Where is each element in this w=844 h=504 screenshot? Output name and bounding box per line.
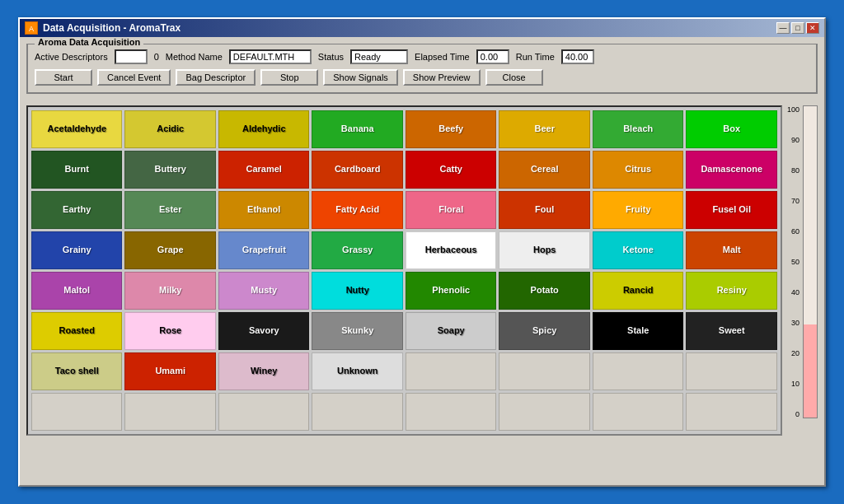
descriptor-cell — [124, 393, 216, 431]
descriptor-cell[interactable]: Roasted — [31, 312, 122, 350]
descriptor-cell[interactable]: Damascenone — [686, 151, 777, 189]
descriptor-cell[interactable]: Fatty Acid — [312, 191, 403, 229]
descriptor-cell[interactable]: Stale — [593, 312, 684, 350]
descriptor-cell[interactable]: Caramel — [218, 151, 310, 189]
status-input[interactable] — [350, 49, 408, 64]
chart-bar-container — [803, 105, 818, 418]
descriptor-cell[interactable]: Skunky — [312, 312, 403, 350]
active-descriptors-label: Active Descriptors — [35, 52, 108, 62]
descriptor-cell[interactable]: Potato — [499, 272, 590, 310]
cancel-event-button[interactable]: Cancel Event — [97, 69, 171, 86]
stop-button[interactable]: Stop — [260, 69, 318, 86]
descriptor-cell[interactable]: Grape — [124, 231, 216, 269]
descriptor-cell[interactable]: Cardboard — [312, 151, 403, 189]
descriptor-cell[interactable]: Earthy — [31, 191, 122, 229]
cell-grid: AcetaldehydeAcidicAldehydicBananaBeefyBe… — [31, 110, 777, 431]
descriptor-cell[interactable]: Grainy — [31, 231, 122, 269]
descriptor-cell[interactable]: Bleach — [593, 110, 684, 148]
descriptor-cell[interactable]: Acetaldehyde — [31, 110, 122, 148]
descriptor-cell[interactable]: Aldehydic — [218, 110, 310, 148]
method-name-input[interactable] — [229, 49, 312, 64]
descriptor-cell[interactable]: Ester — [124, 191, 216, 229]
run-time-input[interactable] — [561, 49, 594, 64]
chart-scale-label: 50 — [787, 258, 799, 266]
descriptor-cell[interactable]: Floral — [406, 191, 496, 229]
descriptor-cell — [31, 393, 122, 431]
descriptor-cell[interactable]: Hops — [499, 231, 590, 269]
status-label: Status — [318, 52, 344, 62]
main-window: A Data Acquisition - AromaTrax — □ ✕ Aro… — [18, 17, 826, 487]
chart-scale-label: 70 — [787, 197, 799, 205]
descriptor-cell[interactable]: Nutty — [312, 272, 403, 310]
chart-scale-label: 20 — [787, 349, 799, 357]
descriptor-cell[interactable]: Catty — [406, 151, 496, 189]
descriptor-cell — [406, 352, 496, 390]
descriptor-cell[interactable]: Umami — [124, 352, 216, 390]
descriptor-cell[interactable]: Unknown — [312, 352, 403, 390]
chart-scale-label: 80 — [787, 166, 799, 175]
descriptor-cell[interactable]: Winey — [218, 352, 310, 390]
descriptor-cell[interactable]: Savory — [218, 312, 310, 350]
descriptor-cell[interactable]: Sweet — [686, 312, 777, 350]
descriptor-cell[interactable]: Spicy — [499, 312, 590, 350]
active-descriptors-value: 0 — [154, 52, 159, 62]
start-button[interactable]: Start — [35, 69, 92, 86]
descriptor-cell[interactable]: Fruity — [593, 191, 684, 229]
descriptor-cell[interactable]: Musty — [218, 272, 310, 310]
aroma-data-group: Aroma Data Acquisition Active Descriptor… — [26, 44, 818, 94]
descriptor-cell[interactable]: Burnt — [31, 151, 122, 189]
elapsed-time-label: Elapsed Time — [415, 52, 470, 62]
descriptor-cell[interactable]: Foul — [499, 191, 590, 229]
descriptor-cell[interactable]: Taco shell — [31, 352, 122, 390]
minimize-button[interactable]: — — [776, 22, 790, 34]
chart-area: 1009080706050403020100 — [787, 105, 818, 436]
descriptor-cell[interactable]: Banana — [312, 110, 403, 148]
descriptor-cell[interactable]: Acidic — [124, 110, 216, 148]
show-preview-button[interactable]: Show Preview — [403, 69, 481, 86]
window-close-button[interactable]: ✕ — [806, 22, 819, 34]
descriptor-cell[interactable]: Ketone — [593, 231, 684, 269]
group-label: Aroma Data Acquisition — [35, 37, 143, 47]
chart-scale-label: 60 — [787, 227, 799, 236]
active-descriptors-input[interactable] — [115, 49, 148, 64]
descriptor-cell[interactable]: Herbaceous — [406, 231, 496, 269]
descriptor-cell[interactable]: Beer — [499, 110, 590, 148]
descriptor-cell — [499, 352, 590, 390]
show-signals-button[interactable]: Show Signals — [323, 69, 398, 86]
bag-descriptor-button[interactable]: Bag Descriptor — [176, 69, 256, 86]
descriptor-cell[interactable]: Soapy — [406, 312, 496, 350]
descriptor-cell[interactable]: Fusel Oil — [686, 191, 777, 229]
descriptor-cell — [218, 393, 310, 431]
descriptor-cell[interactable]: Rose — [124, 312, 216, 350]
descriptor-cell[interactable]: Citrus — [593, 151, 684, 189]
close-button[interactable]: Close — [485, 69, 543, 86]
chart-scale-label: 40 — [787, 288, 799, 296]
descriptor-cell[interactable]: Malt — [686, 231, 777, 269]
descriptor-cell[interactable]: Box — [686, 110, 777, 148]
chart-scale-label: 30 — [787, 319, 799, 327]
window-title: Data Acquisition - AromaTrax — [43, 22, 181, 34]
elapsed-time-input[interactable] — [476, 49, 509, 64]
descriptor-cell[interactable]: Rancid — [593, 272, 684, 310]
descriptor-cell — [406, 393, 496, 431]
descriptor-cell[interactable]: Beefy — [406, 110, 496, 148]
app-icon: A — [25, 21, 38, 35]
main-area: AcetaldehydeAcidicAldehydicBananaBeefyBe… — [26, 105, 818, 436]
descriptor-cell[interactable]: Resiny — [686, 272, 777, 310]
descriptor-cell[interactable]: Grapefruit — [218, 231, 310, 269]
run-time-label: Run Time — [516, 52, 555, 62]
descriptor-cell[interactable]: Grassy — [312, 231, 403, 269]
descriptor-cell — [499, 393, 590, 431]
descriptor-cell[interactable]: Maltol — [31, 272, 122, 310]
descriptor-cell[interactable]: Buttery — [124, 151, 216, 189]
descriptor-cell[interactable]: Milky — [124, 272, 216, 310]
method-name-label: Method Name — [166, 52, 223, 62]
chart-scale-label: 10 — [787, 380, 799, 388]
descriptor-cell[interactable]: Cereal — [499, 151, 590, 189]
descriptor-cell[interactable]: Phenolic — [406, 272, 496, 310]
descriptor-cell — [593, 393, 684, 431]
maximize-button[interactable]: □ — [791, 22, 804, 34]
button-row: StartCancel EventBag DescriptorStopShow … — [35, 69, 809, 86]
title-bar: A Data Acquisition - AromaTrax — □ ✕ — [20, 19, 824, 37]
descriptor-cell[interactable]: Ethanol — [218, 191, 310, 229]
